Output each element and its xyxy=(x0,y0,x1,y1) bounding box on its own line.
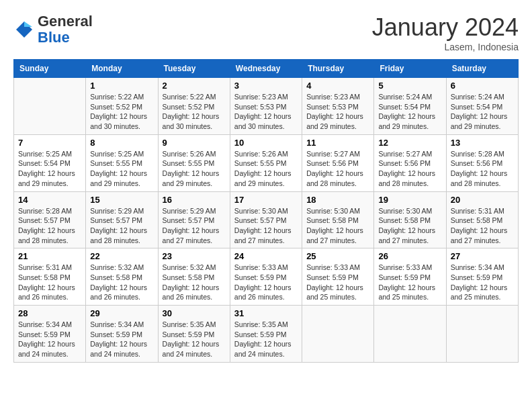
day-info: Sunrise: 5:32 AM Sunset: 5:58 PM Dayligh… xyxy=(163,263,226,302)
day-number: 5 xyxy=(378,81,441,91)
day-info: Sunrise: 5:25 AM Sunset: 5:55 PM Dayligh… xyxy=(90,149,153,189)
calendar-cell: 23Sunrise: 5:32 AM Sunset: 5:58 PM Dayli… xyxy=(158,248,230,306)
day-info: Sunrise: 5:29 AM Sunset: 5:57 PM Dayligh… xyxy=(90,206,153,246)
calendar-cell: 17Sunrise: 5:30 AM Sunset: 5:57 PM Dayli… xyxy=(230,191,302,248)
day-number: 19 xyxy=(378,195,441,205)
day-number: 18 xyxy=(306,195,369,205)
calendar-cell: 29Sunrise: 5:34 AM Sunset: 5:59 PM Dayli… xyxy=(86,306,158,363)
weekday-header-wednesday: Wednesday xyxy=(230,60,302,78)
calendar-cell: 6Sunrise: 5:24 AM Sunset: 5:54 PM Daylig… xyxy=(446,78,518,135)
day-number: 20 xyxy=(451,195,514,205)
day-number: 14 xyxy=(18,195,81,205)
day-info: Sunrise: 5:26 AM Sunset: 5:55 PM Dayligh… xyxy=(234,149,298,189)
day-number: 2 xyxy=(163,81,226,91)
calendar-cell: 7Sunrise: 5:25 AM Sunset: 5:54 PM Daylig… xyxy=(14,134,86,191)
day-info: Sunrise: 5:27 AM Sunset: 5:56 PM Dayligh… xyxy=(378,149,441,189)
weekday-header-friday: Friday xyxy=(374,60,446,78)
calendar-week-1: 1Sunrise: 5:22 AM Sunset: 5:52 PM Daylig… xyxy=(14,78,519,135)
day-number: 29 xyxy=(90,308,153,318)
logo-general: General xyxy=(38,13,93,30)
day-number: 11 xyxy=(306,138,369,148)
day-number: 3 xyxy=(234,81,298,91)
calendar-cell: 12Sunrise: 5:27 AM Sunset: 5:56 PM Dayli… xyxy=(374,134,446,191)
calendar-cell: 30Sunrise: 5:35 AM Sunset: 5:59 PM Dayli… xyxy=(158,306,230,363)
day-info: Sunrise: 5:23 AM Sunset: 5:53 PM Dayligh… xyxy=(306,92,369,132)
day-info: Sunrise: 5:31 AM Sunset: 5:58 PM Dayligh… xyxy=(18,263,81,302)
day-info: Sunrise: 5:32 AM Sunset: 5:58 PM Dayligh… xyxy=(90,263,153,302)
day-number: 21 xyxy=(18,251,81,261)
day-number: 4 xyxy=(306,81,369,91)
day-info: Sunrise: 5:35 AM Sunset: 5:59 PM Dayligh… xyxy=(234,320,298,359)
day-number: 28 xyxy=(18,308,81,318)
weekday-header-saturday: Saturday xyxy=(446,60,518,78)
day-info: Sunrise: 5:34 AM Sunset: 5:59 PM Dayligh… xyxy=(18,320,81,359)
calendar-cell: 10Sunrise: 5:26 AM Sunset: 5:55 PM Dayli… xyxy=(230,134,302,191)
day-info: Sunrise: 5:27 AM Sunset: 5:56 PM Dayligh… xyxy=(306,149,369,189)
calendar-cell: 4Sunrise: 5:23 AM Sunset: 5:53 PM Daylig… xyxy=(302,78,374,135)
calendar-cell: 31Sunrise: 5:35 AM Sunset: 5:59 PM Dayli… xyxy=(230,306,302,363)
calendar-cell: 1Sunrise: 5:22 AM Sunset: 5:52 PM Daylig… xyxy=(86,78,158,135)
day-info: Sunrise: 5:25 AM Sunset: 5:54 PM Dayligh… xyxy=(18,149,81,189)
day-number: 17 xyxy=(234,195,298,205)
day-info: Sunrise: 5:28 AM Sunset: 5:57 PM Dayligh… xyxy=(18,206,81,246)
month-title: January 2024 xyxy=(372,13,519,42)
day-number: 15 xyxy=(90,195,153,205)
calendar-cell: 26Sunrise: 5:33 AM Sunset: 5:59 PM Dayli… xyxy=(374,248,446,306)
day-info: Sunrise: 5:28 AM Sunset: 5:56 PM Dayligh… xyxy=(451,149,514,189)
calendar-cell: 28Sunrise: 5:34 AM Sunset: 5:59 PM Dayli… xyxy=(14,306,86,363)
day-info: Sunrise: 5:33 AM Sunset: 5:59 PM Dayligh… xyxy=(306,263,369,302)
day-number: 9 xyxy=(163,138,226,148)
day-number: 13 xyxy=(451,138,514,148)
calendar-week-5: 28Sunrise: 5:34 AM Sunset: 5:59 PM Dayli… xyxy=(14,306,519,363)
day-info: Sunrise: 5:30 AM Sunset: 5:58 PM Dayligh… xyxy=(378,206,441,246)
calendar-cell: 19Sunrise: 5:30 AM Sunset: 5:58 PM Dayli… xyxy=(374,191,446,248)
calendar-cell: 8Sunrise: 5:25 AM Sunset: 5:55 PM Daylig… xyxy=(86,134,158,191)
page-header: General Blue January 2024 Lasem, Indones… xyxy=(13,13,519,52)
day-info: Sunrise: 5:23 AM Sunset: 5:53 PM Dayligh… xyxy=(234,92,298,132)
day-info: Sunrise: 5:29 AM Sunset: 5:57 PM Dayligh… xyxy=(163,206,226,246)
calendar-cell: 9Sunrise: 5:26 AM Sunset: 5:55 PM Daylig… xyxy=(158,134,230,191)
day-info: Sunrise: 5:31 AM Sunset: 5:58 PM Dayligh… xyxy=(451,206,514,246)
day-info: Sunrise: 5:33 AM Sunset: 5:59 PM Dayligh… xyxy=(378,263,441,302)
weekday-header-monday: Monday xyxy=(86,60,158,78)
day-info: Sunrise: 5:22 AM Sunset: 5:52 PM Dayligh… xyxy=(163,92,226,132)
day-info: Sunrise: 5:22 AM Sunset: 5:52 PM Dayligh… xyxy=(90,92,153,132)
logo-blue: Blue xyxy=(38,29,70,46)
day-info: Sunrise: 5:24 AM Sunset: 5:54 PM Dayligh… xyxy=(378,92,441,132)
weekday-header-tuesday: Tuesday xyxy=(158,60,230,78)
day-number: 8 xyxy=(90,138,153,148)
calendar-cell: 2Sunrise: 5:22 AM Sunset: 5:52 PM Daylig… xyxy=(158,78,230,135)
logo-text: General Blue xyxy=(38,13,93,46)
day-number: 1 xyxy=(90,81,153,91)
calendar-cell: 22Sunrise: 5:32 AM Sunset: 5:58 PM Dayli… xyxy=(86,248,158,306)
calendar-cell: 3Sunrise: 5:23 AM Sunset: 5:53 PM Daylig… xyxy=(230,78,302,135)
logo-icon xyxy=(13,19,35,40)
calendar-cell: 18Sunrise: 5:30 AM Sunset: 5:58 PM Dayli… xyxy=(302,191,374,248)
calendar-cell: 21Sunrise: 5:31 AM Sunset: 5:58 PM Dayli… xyxy=(14,248,86,306)
day-number: 12 xyxy=(378,138,441,148)
day-info: Sunrise: 5:24 AM Sunset: 5:54 PM Dayligh… xyxy=(451,92,514,132)
day-info: Sunrise: 5:34 AM Sunset: 5:59 PM Dayligh… xyxy=(451,263,514,302)
day-info: Sunrise: 5:30 AM Sunset: 5:58 PM Dayligh… xyxy=(306,206,369,246)
calendar-cell: 13Sunrise: 5:28 AM Sunset: 5:56 PM Dayli… xyxy=(446,134,518,191)
weekday-header-sunday: Sunday xyxy=(14,60,86,78)
day-info: Sunrise: 5:30 AM Sunset: 5:57 PM Dayligh… xyxy=(234,206,298,246)
calendar-cell: 5Sunrise: 5:24 AM Sunset: 5:54 PM Daylig… xyxy=(374,78,446,135)
day-info: Sunrise: 5:26 AM Sunset: 5:55 PM Dayligh… xyxy=(163,149,226,189)
day-number: 30 xyxy=(163,308,226,318)
day-number: 23 xyxy=(163,251,226,261)
day-number: 31 xyxy=(234,308,298,318)
calendar-week-2: 7Sunrise: 5:25 AM Sunset: 5:54 PM Daylig… xyxy=(14,134,519,191)
svg-marker-1 xyxy=(24,21,32,27)
calendar-cell xyxy=(446,306,518,363)
day-number: 24 xyxy=(234,251,298,261)
day-number: 7 xyxy=(18,138,81,148)
calendar-cell: 24Sunrise: 5:33 AM Sunset: 5:59 PM Dayli… xyxy=(230,248,302,306)
calendar-cell: 14Sunrise: 5:28 AM Sunset: 5:57 PM Dayli… xyxy=(14,191,86,248)
day-number: 6 xyxy=(451,81,514,91)
day-info: Sunrise: 5:35 AM Sunset: 5:59 PM Dayligh… xyxy=(163,320,226,359)
calendar-cell: 16Sunrise: 5:29 AM Sunset: 5:57 PM Dayli… xyxy=(158,191,230,248)
day-info: Sunrise: 5:33 AM Sunset: 5:59 PM Dayligh… xyxy=(234,263,298,302)
calendar-cell: 11Sunrise: 5:27 AM Sunset: 5:56 PM Dayli… xyxy=(302,134,374,191)
calendar-cell: 15Sunrise: 5:29 AM Sunset: 5:57 PM Dayli… xyxy=(86,191,158,248)
